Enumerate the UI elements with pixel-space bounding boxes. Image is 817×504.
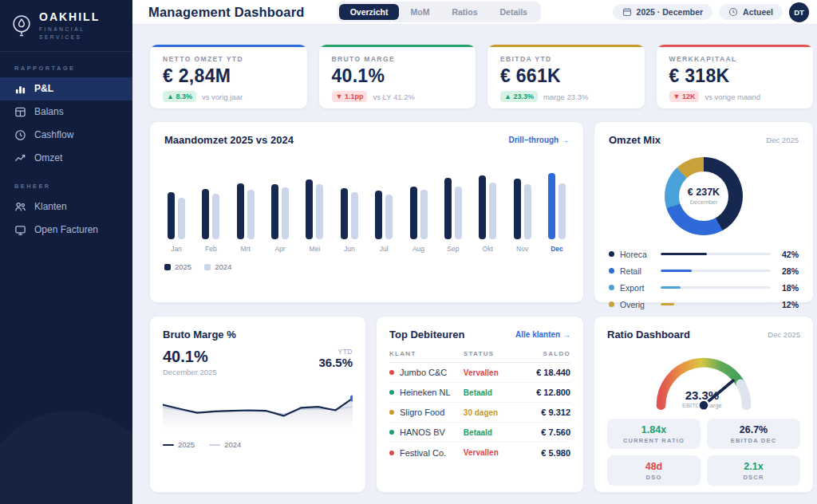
kpi-footer: ▲ 8.3%vs vorig jaar: [163, 91, 294, 102]
nav-section-label: BEHEER: [0, 170, 132, 195]
margin-current-label: December 2025: [163, 368, 217, 376]
mix-fill: [661, 303, 674, 305]
revenue-mix-card: Omzet Mix Dec 2025 € 237K December Horec…: [594, 121, 814, 303]
kpi-delta-badge: ▼ 1.1pp: [332, 91, 368, 102]
logo-text: OAKHILL FINANCIAL SERVICES: [39, 10, 100, 41]
line-legend-item-2025: 2025: [163, 440, 195, 449]
legend-item-2024: 2024: [204, 262, 231, 271]
line-chart: [163, 384, 353, 429]
all-customers-link[interactable]: Alle klanten →: [515, 330, 570, 339]
sidebar-item-klanten[interactable]: Klanten: [0, 195, 132, 219]
column-header-saldo: SALDO: [519, 350, 570, 357]
bar-2024-mei: [316, 184, 323, 239]
bar-2025-jul: [375, 191, 382, 239]
kpi-card: BRUTO MARGE40.1%▼ 1.1ppvs LY 41.2%: [318, 44, 477, 109]
table-row[interactable]: Festival Co.Vervallen€ 5.980: [389, 443, 570, 463]
sidebar-item-cashflow[interactable]: Cashflow: [0, 124, 132, 147]
bar-group-okt: Okt: [479, 169, 496, 253]
avatar[interactable]: DT: [789, 2, 809, 22]
users-icon: [14, 201, 26, 213]
bar-pair: [514, 169, 531, 239]
droplet-logo-icon: [11, 14, 32, 37]
bar-2024-jul: [385, 195, 393, 239]
gauge-period: Dec 2025: [768, 330, 800, 339]
bar-2025-nov: [514, 179, 521, 239]
bar-pair: [444, 169, 462, 239]
bar-2024-apr: [282, 187, 289, 239]
sidebar-item-open-facturen[interactable]: Open Facturen: [0, 219, 132, 242]
main-area: Management Dashboard OverzichtMoMRatiosD…: [132, 0, 817, 504]
legend-label: 2025: [175, 262, 191, 271]
page-title: Management Dashboard: [148, 5, 305, 20]
bar-group-feb: Feb: [202, 169, 219, 253]
period-selector[interactable]: 2025 · December: [613, 4, 712, 20]
margin-ytd: YTD 36.5%: [318, 348, 353, 369]
table-row[interactable]: HANOS BVBetaald€ 7.560: [389, 423, 570, 443]
app-root: OAKHILL FINANCIAL SERVICES RAPPORTAGEP&L…: [0, 0, 817, 504]
cell-status: Betaald: [464, 428, 519, 437]
sidebar-item-label: Balans: [34, 106, 64, 117]
mix-label: Retail: [620, 266, 655, 276]
bar-category-label: Sep: [447, 245, 459, 253]
sidebar-item-omzet[interactable]: Omzet: [0, 147, 132, 170]
bar-group-jan: Jan: [168, 169, 185, 253]
cell-saldo: € 5.980: [519, 448, 570, 458]
bar-2024-jan: [178, 198, 185, 239]
sidebar-item-balans[interactable]: Balans: [0, 100, 132, 124]
stat-value: 48d: [612, 461, 696, 472]
table-row[interactable]: Heineken NLBetaald€ 12.800: [389, 383, 570, 403]
legend-swatch: [164, 264, 171, 270]
view-tabs: OverzichtMoMRatiosDetails: [337, 2, 541, 22]
klant-name: Sligro Food: [400, 408, 444, 417]
margin-ytd-value: 36.5%: [318, 356, 353, 369]
bar-2024-sep: [455, 187, 462, 239]
sidebar: OAKHILL FINANCIAL SERVICES RAPPORTAGEP&L…: [0, 0, 132, 504]
clock-icon: [14, 129, 26, 141]
status-dot: [389, 430, 394, 435]
sidebar-item-p-l[interactable]: P&L: [0, 77, 132, 100]
drill-through-link[interactable]: Drill–through →: [508, 136, 569, 144]
mix-percent: 42%: [776, 250, 799, 259]
bar-2024-dec: [558, 183, 566, 239]
sidebar-item-label: Klanten: [34, 201, 67, 212]
mix-percent: 12%: [776, 300, 799, 309]
stat-label: EBITDA DEC: [712, 437, 795, 444]
logo-subtitle: FINANCIAL SERVICES: [39, 26, 100, 41]
legend-dash: [163, 444, 174, 446]
tab-details[interactable]: Details: [489, 4, 539, 20]
mix-track: [661, 270, 771, 272]
bar-category-label: Apr: [274, 245, 285, 253]
legend-dash: [209, 444, 220, 446]
kpi-note: marge 23.3%: [543, 93, 589, 101]
column-header-status: STATUS: [464, 350, 519, 357]
tab-ratios[interactable]: Ratios: [440, 4, 488, 20]
logo: OAKHILL FINANCIAL SERVICES: [0, 0, 132, 52]
calendar-icon: [622, 7, 632, 17]
mix-dot: [609, 285, 614, 290]
ratio-stats-grid: 1.84xCURRENT RATIO26.7%EBITDA DEC48dDSO2…: [607, 419, 800, 486]
bar-2025-okt: [479, 175, 486, 239]
bar-chart: JanFebMrtAprMeiJunJulAugSepOktNovDec: [164, 163, 569, 253]
kpi-note: vs vorig jaar: [202, 93, 243, 101]
table-row[interactable]: Sligro Food30 dagen€ 9.312: [389, 403, 570, 423]
mix-percent: 28%: [776, 266, 799, 276]
mix-fill: [661, 286, 681, 289]
cell-klant: Festival Co.: [389, 448, 464, 458]
status-badge[interactable]: Actueel: [719, 4, 783, 20]
tab-mom[interactable]: MoM: [399, 4, 440, 20]
charts-row: Maandomzet 2025 vs 2024 Drill–through → …: [149, 121, 814, 303]
debtors-table-body: Jumbo C&CVervallen€ 18.440Heineken NLBet…: [389, 363, 570, 463]
table-row[interactable]: Jumbo C&CVervallen€ 18.440: [389, 363, 570, 383]
cell-saldo: € 7.560: [519, 427, 570, 437]
bar-category-label: Mrt: [241, 245, 251, 253]
bar-pair: [306, 169, 323, 239]
mix-label: Horeca: [620, 250, 655, 259]
bar-pair: [410, 169, 428, 239]
kpi-delta-badge: ▲ 23.3%: [500, 91, 538, 102]
cell-status: Betaald: [464, 388, 519, 397]
tab-overzicht[interactable]: Overzicht: [339, 4, 400, 20]
bar-2025-jan: [168, 192, 175, 239]
bar-chart-icon: [14, 83, 26, 95]
kpi-note: vs LY 41.2%: [373, 93, 414, 101]
stat-value: 2.1x: [712, 461, 795, 472]
